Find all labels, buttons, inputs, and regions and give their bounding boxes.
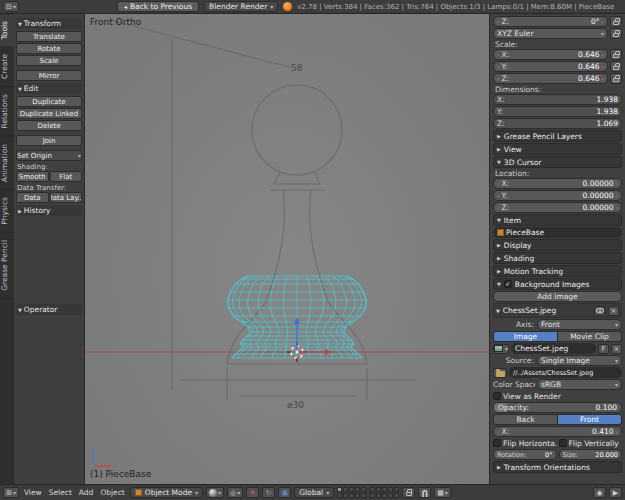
snap-element-button[interactable]: ▦▾ (434, 487, 451, 498)
display-section-header[interactable]: ▶Display (493, 239, 622, 251)
operator-panel-header[interactable]: ▼Operator (16, 304, 82, 315)
menu-select[interactable]: Select (47, 488, 74, 497)
dimension-y-field[interactable]: Y:1.938 (493, 106, 622, 117)
add-image-button[interactable]: Add Image (493, 291, 622, 302)
opengl-render-image-button[interactable]: ◉ (593, 487, 606, 498)
viewport-shading-button[interactable]: ▾ (206, 487, 224, 498)
manipulator-scale-button[interactable]: ▣ (278, 487, 291, 498)
item-section-header[interactable]: ▼Item (493, 214, 622, 226)
back-option[interactable]: Back (493, 414, 558, 425)
duplicate-linked-button[interactable]: Duplicate Linked (16, 108, 82, 119)
rotation-mode-lock-button[interactable] (610, 28, 622, 39)
mode-select[interactable]: Object Mode▾ (130, 487, 203, 498)
background-images-checkbox[interactable]: ✓ (504, 280, 512, 288)
lock-to-scene-button[interactable] (402, 487, 415, 498)
duplicate-button[interactable]: Duplicate (16, 96, 82, 107)
rotation-mode-select[interactable]: XYZ Euler▾ (493, 28, 608, 39)
front-option[interactable]: Front (558, 414, 622, 425)
editor-type-button[interactable]: ⊟▾ (3, 1, 19, 12)
snap-toggle-button[interactable]: U (418, 487, 431, 498)
tab-relations[interactable]: Relations (0, 87, 14, 136)
open-file-button[interactable] (493, 368, 507, 378)
source-type-movie-option[interactable]: Movie Clip (558, 331, 622, 342)
data-layout-transfer-button[interactable]: Data Lay... (50, 192, 83, 203)
scale-z-field[interactable]: ‹Z:0.646› (493, 73, 608, 84)
history-panel-header[interactable]: ▶History (16, 205, 82, 216)
scale-x-field[interactable]: ‹X:0.646› (493, 49, 608, 60)
bg-rotation-field[interactable]: Rotation:0° (493, 449, 557, 460)
motion-tracking-section-header[interactable]: ▶Motion Tracking (493, 265, 622, 277)
image-datablock-field[interactable]: ChessSet.jpeg (511, 343, 596, 354)
cursor-z-field[interactable]: ‹Z:0.00000› (493, 202, 622, 213)
flip-vertically-checkbox[interactable] (559, 439, 567, 447)
viewport-editor-type-button[interactable]: ⊞▾ (3, 487, 19, 498)
visibility-toggle-button[interactable] (594, 306, 605, 316)
view-section-header[interactable]: ▶View (493, 143, 622, 155)
layer-grid-1[interactable] (337, 487, 366, 498)
viewport-canvas[interactable]: 58 ø30 (85, 14, 489, 484)
scale-y-field[interactable]: ‹Y:0.646› (493, 61, 608, 72)
transform-orientation-select[interactable]: Global▾ (294, 487, 334, 498)
shade-flat-button[interactable]: Flat (50, 171, 83, 182)
render-engine-select[interactable]: Blender Render▾ (204, 1, 278, 12)
edit-panel-header[interactable]: ▼Edit (16, 83, 82, 94)
transform-orientations-header[interactable]: ▶Transform Orientations (493, 461, 622, 473)
cursor-x-field[interactable]: ‹X:0.00000› (493, 178, 622, 189)
mirror-button[interactable]: Mirror (16, 70, 82, 81)
shading-section-header[interactable]: ▶Shading (493, 252, 622, 264)
pivot-point-button[interactable]: ◎▾ (227, 487, 243, 498)
rotate-button[interactable]: Rotate (16, 43, 82, 54)
layer-grid-2[interactable] (370, 487, 399, 498)
colorspace-select[interactable]: sRGB▾ (537, 379, 622, 390)
decrement-arrow-icon[interactable]: ‹ (497, 18, 499, 25)
tab-grease-pencil[interactable]: Grease Pencil (0, 233, 14, 299)
menu-object[interactable]: Object (98, 488, 126, 497)
source-type-image-option[interactable]: Image (493, 331, 558, 342)
unlink-image-button[interactable]: × (611, 344, 622, 354)
translate-button[interactable]: Translate (16, 31, 82, 42)
shade-smooth-button[interactable]: Smooth (16, 171, 49, 182)
tab-tools[interactable]: Tools (0, 14, 14, 47)
transform-panel-header[interactable]: ▼Transform (16, 18, 82, 29)
scale-y-lock-button[interactable] (610, 61, 622, 72)
join-button[interactable]: Join (16, 135, 82, 146)
scale-x-lock-button[interactable] (610, 49, 622, 60)
active-object-label: (1) PieceBase (90, 469, 152, 479)
delete-button[interactable]: Delete (16, 120, 82, 131)
grease-pencil-layers-header[interactable]: ▶Grease Pencil Layers (493, 130, 622, 142)
data-transfer-button[interactable]: Data (16, 192, 49, 203)
dimension-x-field[interactable]: X:1.938 (493, 94, 622, 105)
bg-size-field[interactable]: Size:20.000 (559, 449, 623, 460)
viewport-3d[interactable]: 58 ø30 (85, 14, 489, 484)
manipulator-translate-button[interactable]: ✛ (246, 487, 259, 498)
object-name-field[interactable]: PieceBase (493, 227, 622, 238)
manipulator-rotate-button[interactable]: ↻ (262, 487, 275, 498)
set-origin-menu[interactable]: Set Origin▾ (16, 150, 82, 161)
rotation-lock-button[interactable] (610, 16, 622, 27)
tab-physics[interactable]: Physics (0, 190, 14, 233)
scale-z-lock-button[interactable] (610, 73, 622, 84)
menu-view[interactable]: View (22, 488, 44, 497)
increment-arrow-icon[interactable]: › (602, 18, 604, 25)
filepath-field[interactable]: //../Assets/ChessSet.jpeg (509, 367, 622, 378)
offset-x-field[interactable]: ‹X:0.410› (493, 426, 622, 437)
dimension-z-field[interactable]: Z:1.069 (493, 118, 622, 129)
flip-horizontally-checkbox[interactable] (493, 439, 501, 447)
tab-create[interactable]: Create (0, 47, 14, 87)
background-images-section-header[interactable]: ▼✓Background Images (493, 278, 622, 290)
back-to-previous-button[interactable]: ◂Back to Previous (117, 1, 199, 12)
opengl-render-anim-button[interactable]: ▶ (609, 487, 622, 498)
remove-image-button[interactable]: × (608, 306, 619, 316)
image-browse-button[interactable]: ▾ (493, 344, 509, 354)
axis-select[interactable]: Front▾ (537, 319, 622, 330)
tab-animation[interactable]: Animation (0, 137, 14, 190)
opacity-slider[interactable]: Opacity: 0.100 (493, 402, 622, 413)
view-as-render-checkbox[interactable] (493, 392, 501, 400)
cursor-y-field[interactable]: ‹Y:0.00000› (493, 190, 622, 201)
rotation-z-field[interactable]: ‹Z:0°› (493, 16, 608, 27)
fake-user-button[interactable]: F (598, 344, 609, 354)
cursor-section-header[interactable]: ▼3D Cursor (493, 156, 622, 168)
scale-button[interactable]: Scale (16, 55, 82, 66)
menu-add[interactable]: Add (77, 488, 96, 497)
source-select[interactable]: Single Image▾ (537, 355, 622, 366)
